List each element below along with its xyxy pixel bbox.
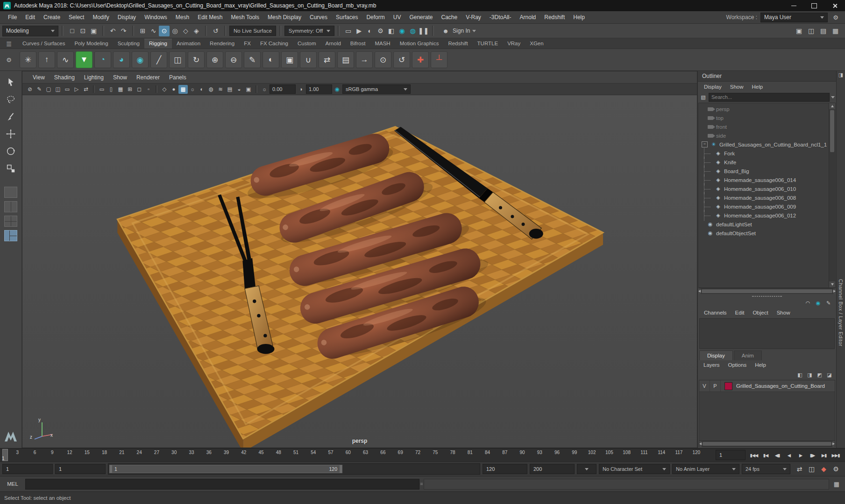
copy-skin-weights-icon[interactable]: ▣ (281, 51, 298, 68)
mirror-joint-icon[interactable]: ◫ (169, 51, 186, 68)
bookmark-icon[interactable]: ▷ (72, 85, 81, 94)
contrast-icon[interactable]: ◑ (296, 85, 305, 94)
menu-display[interactable]: Display (114, 12, 140, 23)
ipr-render-icon[interactable]: ◐ (364, 26, 375, 36)
redo-icon[interactable]: ↷ (118, 26, 129, 36)
outliner-item-front[interactable]: front (699, 122, 835, 131)
image-plane-icon[interactable]: ▭ (63, 85, 72, 94)
multisample-icon[interactable]: ▤ (225, 85, 234, 94)
attribute-editor-toggle-icon[interactable]: ▤ (818, 26, 829, 36)
menu-edit[interactable]: Edit (21, 12, 39, 23)
viewport-menu-panels[interactable]: Panels (164, 74, 191, 81)
parent-constraint-icon[interactable]: → (356, 51, 373, 68)
shelf-tab-arnold[interactable]: Arnold (321, 39, 346, 49)
shaded-icon[interactable]: ● (169, 85, 178, 94)
menu-redshift[interactable]: Redshift (540, 12, 569, 23)
outliner-item-homemade-sausage006-010[interactable]: Homemade_sausage006_010 (699, 184, 835, 193)
playback-end-field[interactable]: 120 (483, 464, 527, 474)
shelf-tab-xgen[interactable]: XGen (525, 39, 548, 49)
channel-box-vertical-tab[interactable]: Channel Box / Layer Editor (838, 279, 844, 346)
mirror-skin-weights-icon[interactable]: ◐ (263, 51, 279, 68)
add-influence-icon[interactable]: ✚ (412, 51, 429, 68)
script-editor-icon[interactable]: ▦ (831, 479, 842, 489)
menu-edit-mesh[interactable]: Edit Mesh (193, 12, 227, 23)
single-pane-layout-button[interactable] (4, 187, 17, 198)
launch-render-icon[interactable]: ◍ (407, 26, 418, 36)
snap-curve-icon[interactable]: ∿ (148, 26, 159, 36)
channel-speed-icon[interactable]: ◉ (814, 299, 822, 307)
ik-handle-icon[interactable]: ↑ (38, 51, 55, 68)
exposure-icon[interactable]: ☼ (260, 85, 269, 94)
outliner-menu-help[interactable]: Help (748, 84, 767, 90)
create-layer-from-selected-icon[interactable]: ◪ (825, 371, 833, 378)
panel-splitter[interactable] (698, 294, 836, 298)
shelf-tab-mash[interactable]: MASH (370, 39, 395, 49)
resolution-gate-icon[interactable]: ▯ (107, 85, 116, 94)
clamp-playback-icon[interactable]: ◫ (806, 464, 817, 475)
menu-v-ray[interactable]: V-Ray (462, 12, 485, 23)
orient-joint-icon[interactable]: ↻ (188, 51, 205, 68)
character-set-select[interactable]: No Character Set (599, 464, 670, 474)
outliner-item-homemade-sausage006-009[interactable]: Homemade_sausage006_009 (699, 202, 835, 211)
channel-box-menu-show[interactable]: Show (773, 310, 795, 315)
layer-menu-help[interactable]: Help (751, 362, 770, 368)
filter-icon[interactable]: ▧ (699, 93, 707, 101)
command-result-field[interactable] (424, 479, 829, 490)
shelf-tab-curves-surfaces[interactable]: Curves / Surfaces (18, 39, 70, 49)
hypershade-icon[interactable]: ◧ (386, 26, 397, 36)
paint-skin-weights-icon[interactable]: ✎ (244, 51, 261, 68)
select-tool-icon[interactable] (4, 76, 17, 89)
save-scene-icon[interactable]: ▣ (88, 26, 99, 36)
lasso-tool-icon[interactable] (4, 93, 17, 106)
pause-icon[interactable]: ❚❚ (418, 26, 429, 36)
anim-layer-select[interactable]: No Anim Layer (672, 464, 739, 474)
workspace-gear-icon[interactable]: ⚙ (831, 13, 840, 22)
outliner-h-scrollbar[interactable] (698, 288, 836, 294)
film-gate-icon[interactable]: ▭ (97, 85, 107, 94)
lights-icon[interactable]: ☼ (188, 85, 197, 94)
shelf-tab-turtle[interactable]: TURTLE (473, 39, 503, 49)
current-frame-field[interactable]: 1 (716, 450, 746, 460)
gate-mask-icon[interactable]: ▦ (116, 85, 125, 94)
scroll-right-icon[interactable] (833, 288, 836, 294)
ik-spline-icon[interactable]: ∿ (57, 51, 74, 68)
construction-history-icon[interactable]: ↺ (210, 26, 221, 36)
viewport-menu-show[interactable]: Show (108, 74, 132, 81)
point-constraint-icon[interactable]: ⊙ (375, 51, 391, 68)
symmetry-select[interactable]: Symmetry: Off (284, 26, 334, 36)
layer-playback-toggle[interactable]: P (710, 380, 721, 392)
channel-box-menu-edit[interactable]: Edit (731, 310, 749, 315)
scrollbar-thumb[interactable] (830, 110, 834, 152)
grease-pencil-icon[interactable]: ✎ (35, 85, 44, 94)
insert-joint-icon[interactable]: ╱ (150, 51, 167, 68)
menu-file[interactable]: File (4, 12, 21, 23)
scroll-up-icon[interactable] (829, 103, 835, 109)
menu-cache[interactable]: Cache (437, 12, 462, 23)
layer-menu-options[interactable]: Options (724, 362, 751, 368)
shelf-tab-animation[interactable]: Animation (172, 39, 205, 49)
render-settings-icon[interactable]: ⚙ (375, 26, 386, 36)
step-forward-frame-button[interactable]: ▶▮ (818, 450, 830, 460)
shelf-tab-redshift[interactable]: Redshift (443, 39, 472, 49)
open-render-view-icon[interactable]: ▭ (343, 26, 354, 36)
shelf-tab-rigging[interactable]: Rigging (144, 39, 172, 49)
make-live-icon[interactable]: ◈ (191, 26, 202, 36)
menu-mesh-display[interactable]: Mesh Display (263, 12, 305, 23)
menu-windows[interactable]: Windows (140, 12, 171, 23)
humanik-skeleton-icon[interactable]: ◕ (113, 51, 130, 68)
collapse-panel-icon[interactable]: ◨ (837, 71, 845, 78)
outliner-item-knife[interactable]: Knife (699, 158, 835, 167)
four-pane-layout-button[interactable] (4, 216, 17, 227)
viewport-menu-renderer[interactable]: Renderer (132, 74, 164, 81)
layer-editor-tab-display[interactable]: Display (699, 350, 733, 360)
layer-color-swatch[interactable] (724, 382, 732, 390)
layer-menu-layers[interactable]: Layers (699, 362, 724, 368)
humanik-control-icon[interactable]: ◉ (132, 51, 149, 68)
step-forward-key-button[interactable]: ▮▶ (807, 450, 818, 460)
paint-select-tool-icon[interactable] (4, 110, 17, 123)
layer-row[interactable]: V P Grilled_Sausages_on_Cutting_Board (699, 380, 835, 392)
channel-slow-icon[interactable]: ◠ (804, 299, 812, 307)
panel-toggle-icon[interactable]: ◫ (806, 26, 817, 36)
scroll-left-icon[interactable] (699, 441, 702, 447)
step-back-key-button[interactable]: ◀▮ (772, 450, 783, 460)
